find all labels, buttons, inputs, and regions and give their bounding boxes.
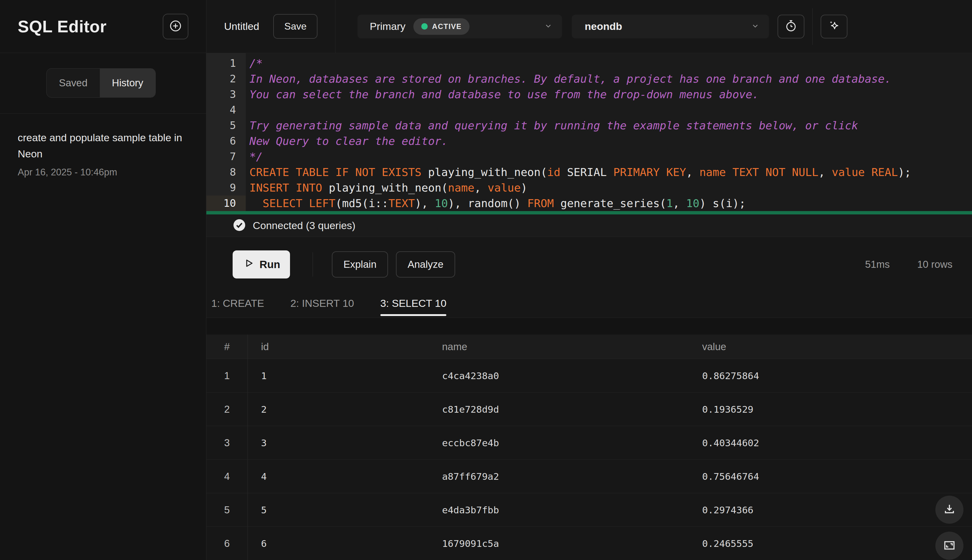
table-row: 661679091c5a0.2465555 bbox=[206, 527, 972, 560]
query-timing-button[interactable] bbox=[778, 15, 805, 38]
result-tab-2[interactable]: 2: INSERT 10 bbox=[290, 292, 354, 318]
table-row: 11c4ca4238a00.86275864 bbox=[206, 359, 972, 392]
line-number: 4 bbox=[206, 102, 246, 118]
code-line[interactable]: New Query to clear the editor. bbox=[249, 133, 972, 149]
expand-results-button[interactable] bbox=[935, 532, 964, 560]
explain-button[interactable]: Explain bbox=[332, 251, 388, 278]
cell-id: 3 bbox=[248, 437, 429, 448]
code-line[interactable]: CREATE TABLE IF NOT EXISTS playing_with_… bbox=[249, 164, 972, 180]
cell-value: 0.40344602 bbox=[689, 437, 972, 448]
analyze-button[interactable]: Analyze bbox=[396, 251, 455, 278]
cell-name: a87ff679a2 bbox=[429, 471, 689, 482]
history-list-item[interactable]: create and populate sample table in Neon… bbox=[0, 114, 206, 194]
cell-id: 6 bbox=[248, 538, 429, 549]
history-item-timestamp: Apr 16, 2025 - 10:46pm bbox=[18, 167, 188, 178]
status-dot-icon bbox=[421, 23, 428, 30]
code-token: INSERT INTO bbox=[249, 182, 322, 194]
table-row: 33eccbc87e4b0.40344602 bbox=[206, 426, 972, 459]
code-token: */ bbox=[249, 150, 263, 163]
result-tab-1[interactable]: 1: CREATE bbox=[211, 292, 264, 318]
code-token: New Query to clear the editor. bbox=[249, 135, 448, 147]
ai-assist-button[interactable] bbox=[821, 15, 847, 38]
line-number: 7 bbox=[206, 149, 246, 164]
connection-status-text: Connected (3 queries) bbox=[253, 220, 355, 232]
expand-icon bbox=[942, 538, 957, 553]
code-token: 1 bbox=[666, 197, 673, 210]
branch-select[interactable]: Primary ACTIVE bbox=[358, 15, 562, 38]
code-token: ) bbox=[521, 182, 527, 194]
cell-num: 4 bbox=[206, 460, 248, 493]
chevron-down-icon bbox=[544, 22, 553, 32]
code-token: , bbox=[818, 166, 831, 178]
tab-saved[interactable]: Saved bbox=[47, 68, 100, 97]
code-token: ), random() bbox=[448, 197, 527, 210]
cell-name: e4da3b7fbb bbox=[429, 505, 689, 515]
code-token: ), bbox=[415, 197, 435, 210]
cell-id: 5 bbox=[248, 505, 429, 515]
code-token: SELECT LEFT bbox=[263, 197, 335, 210]
cell-id: 2 bbox=[248, 404, 429, 415]
branch-name: Primary bbox=[370, 20, 405, 32]
code-line[interactable]: In Neon, databases are stored on branche… bbox=[249, 71, 972, 87]
code-token: SERIAL bbox=[560, 166, 613, 178]
new-query-button[interactable] bbox=[163, 14, 188, 39]
cell-num: 2 bbox=[206, 393, 248, 426]
save-button[interactable]: Save bbox=[273, 14, 318, 39]
code-line[interactable]: /* bbox=[249, 55, 972, 71]
code-token: generate_series( bbox=[554, 197, 666, 210]
column-header-value: value bbox=[689, 341, 972, 353]
line-number: 6 bbox=[206, 133, 246, 149]
code-line[interactable]: INSERT INTO playing_with_neon(name, valu… bbox=[249, 180, 972, 195]
code-token: (md5(i:: bbox=[336, 197, 388, 210]
tools-divider bbox=[812, 8, 813, 45]
sidebar-tabs: Saved History bbox=[0, 53, 206, 114]
connection-status-bar: Connected (3 queries) bbox=[206, 214, 972, 237]
cell-name: c81e728d9d bbox=[429, 404, 689, 415]
query-row-count: 10 rows bbox=[917, 258, 952, 270]
code-line[interactable] bbox=[249, 102, 972, 118]
code-token: name bbox=[448, 182, 474, 194]
stopwatch-icon bbox=[784, 19, 798, 34]
code-token: , bbox=[474, 182, 487, 194]
topbar: Untitled Save Primary ACTIVE neondb bbox=[206, 0, 972, 53]
cell-num: 3 bbox=[206, 426, 248, 459]
sidebar-header: SQL Editor bbox=[0, 0, 206, 53]
sql-editor[interactable]: 12345678910 /*In Neon, databases are sto… bbox=[206, 53, 972, 211]
cell-value: 0.2465555 bbox=[689, 538, 972, 549]
chevron-down-icon bbox=[751, 22, 760, 32]
line-number: 5 bbox=[206, 118, 246, 133]
sparkles-icon bbox=[827, 19, 841, 34]
editor-gutter: 12345678910 bbox=[206, 53, 246, 211]
play-icon bbox=[243, 257, 254, 272]
code-line[interactable]: */ bbox=[249, 149, 972, 164]
code-token: ); bbox=[898, 166, 911, 178]
cell-num: 6 bbox=[206, 527, 248, 560]
line-number: 2 bbox=[206, 71, 246, 87]
database-select[interactable]: neondb bbox=[572, 15, 769, 38]
code-token: playing_with_neon( bbox=[422, 166, 547, 178]
tab-history[interactable]: History bbox=[100, 68, 156, 97]
code-line[interactable]: Try generating sample data and querying … bbox=[249, 118, 972, 133]
cell-num: 1 bbox=[206, 359, 248, 392]
table-row: 55e4da3b7fbb0.2974366 bbox=[206, 493, 972, 527]
cell-value: 0.75646764 bbox=[689, 471, 972, 482]
sidebar: SQL Editor Saved History create and popu… bbox=[0, 0, 206, 560]
query-tab-title: Untitled bbox=[224, 20, 259, 32]
code-token: You can select the branch and database t… bbox=[249, 88, 759, 101]
results-table-header: # id name value bbox=[206, 335, 972, 359]
actions-divider bbox=[313, 252, 313, 277]
page-title: SQL Editor bbox=[18, 17, 107, 36]
active-query-indicator-bar bbox=[206, 211, 972, 214]
code-token: /* bbox=[249, 57, 263, 70]
check-circle-icon bbox=[233, 218, 246, 233]
run-button[interactable]: Run bbox=[233, 250, 290, 278]
main-panel: Untitled Save Primary ACTIVE neondb bbox=[206, 0, 972, 560]
result-tab-3[interactable]: 3: SELECT 10 bbox=[380, 292, 447, 318]
code-token: CREATE TABLE IF NOT EXISTS bbox=[249, 166, 422, 178]
result-tabs: 1: CREATE2: INSERT 103: SELECT 10 bbox=[206, 292, 972, 318]
code-line[interactable]: You can select the branch and database t… bbox=[249, 87, 972, 102]
cell-value: 0.1936529 bbox=[689, 404, 972, 415]
code-line[interactable]: SELECT LEFT(md5(i::TEXT), 10), random() … bbox=[249, 195, 972, 211]
download-results-button[interactable] bbox=[935, 496, 964, 524]
editor-code[interactable]: /*In Neon, databases are stored on branc… bbox=[246, 53, 972, 211]
